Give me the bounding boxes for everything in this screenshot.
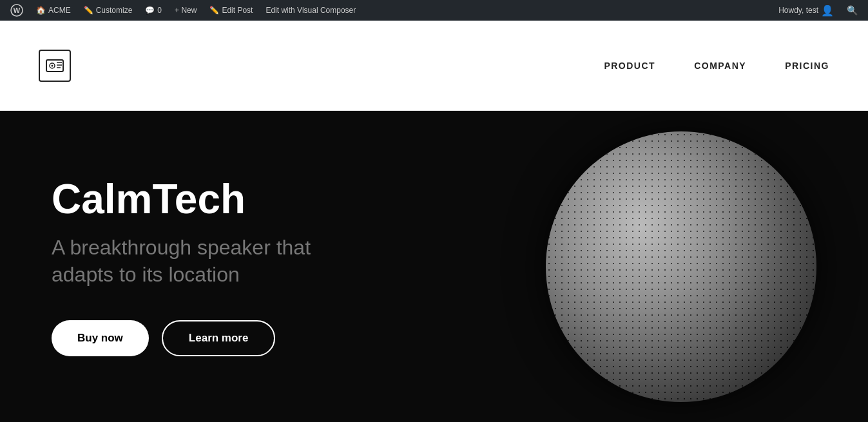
search-icon: 🔍 (847, 5, 858, 15)
radio-icon (45, 56, 64, 75)
customize-item[interactable]: ✏️ Customize (79, 0, 138, 21)
hero-section: CalmTech A breakthrough speaker that ada… (0, 111, 868, 422)
edit-post-icon: ✏️ (209, 6, 219, 15)
acme-label: ACME (48, 6, 71, 15)
customize-label: Customize (96, 6, 133, 15)
wp-logo-item[interactable]: W (5, 0, 28, 21)
speaker-visual (546, 131, 816, 402)
admin-bar-right: Howdy, test 👤 🔍 (773, 0, 863, 21)
howdy-item[interactable]: Howdy, test 👤 (773, 0, 839, 21)
site-header: PRODUCT COMPANY PRICING (0, 21, 868, 111)
hero-buttons: Buy now Learn more (52, 320, 374, 356)
buy-now-button[interactable]: Buy now (52, 320, 149, 356)
new-label: + New (175, 6, 197, 15)
search-item[interactable]: 🔍 (842, 0, 863, 21)
hero-speaker-image (546, 131, 816, 402)
acme-item[interactable]: 🏠 ACME (31, 0, 76, 21)
comments-count: 0 (157, 6, 162, 15)
user-avatar-icon: 👤 (821, 5, 834, 17)
edit-post-item[interactable]: ✏️ Edit Post (204, 0, 258, 21)
hero-title: CalmTech (52, 177, 374, 222)
nav-pricing[interactable]: PRICING (785, 61, 829, 71)
site-logo[interactable] (39, 50, 71, 82)
hero-text: CalmTech A breakthrough speaker that ada… (52, 177, 374, 357)
nav-product[interactable]: PRODUCT (604, 61, 655, 71)
new-item[interactable]: + New (169, 0, 202, 21)
comments-item[interactable]: 💬 0 (140, 0, 167, 21)
admin-bar: W 🏠 ACME ✏️ Customize 💬 0 + New ✏️ Edit … (0, 0, 868, 21)
hero-subtitle: A breakthrough speaker that adapts to it… (52, 235, 374, 288)
svg-text:W: W (14, 6, 21, 14)
logo-icon (39, 50, 71, 82)
learn-more-button[interactable]: Learn more (162, 320, 276, 356)
visual-composer-label: Edit with Visual Composer (265, 6, 356, 15)
comment-icon: 💬 (145, 6, 155, 15)
svg-point-4 (52, 64, 53, 66)
visual-composer-item[interactable]: Edit with Visual Composer (260, 0, 361, 21)
site-nav: PRODUCT COMPANY PRICING (604, 61, 829, 71)
customize-icon: ✏️ (84, 6, 93, 15)
wp-logo-icon: W (10, 4, 23, 17)
home-icon: 🏠 (36, 6, 46, 15)
edit-post-label: Edit Post (222, 6, 253, 15)
howdy-label: Howdy, test (778, 6, 818, 15)
nav-company[interactable]: COMPANY (694, 61, 746, 71)
